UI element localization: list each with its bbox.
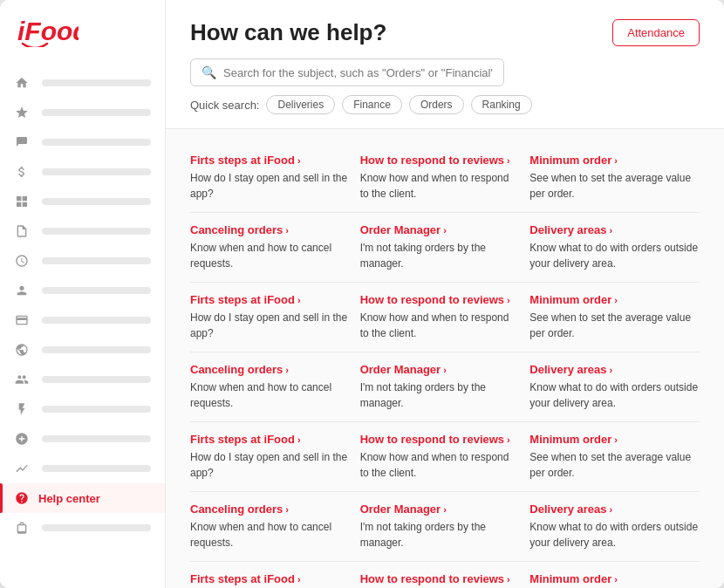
article-link-10[interactable]: Order Manager› [360,363,518,376]
attendance-button[interactable]: Attendance [612,19,700,46]
bag-icon [14,520,30,536]
article-cell-19: How to respond to reviews›Know how and w… [360,562,530,588]
article-desc-4: I'm not taking orders by the manager. [360,240,518,271]
quick-tag-deliveries[interactable]: Deliveries [266,95,335,114]
article-cell-11: Delivery areas›Know what to do with orde… [529,352,700,422]
article-desc-5: Know what to do with orders outside your… [529,240,700,271]
article-link-7[interactable]: How to respond to reviews› [360,293,518,306]
article-cell-3: Canceling orders›Know when and how to ca… [190,213,360,283]
article-link-11[interactable]: Delivery areas› [529,363,700,376]
article-desc-14: See when to set the average value per or… [529,449,700,481]
article-link-6[interactable]: Firts steps at iFood› [190,293,348,306]
article-link-13[interactable]: How to respond to reviews› [360,433,518,446]
article-link-1[interactable]: How to respond to reviews› [360,154,518,167]
grid-icon [14,194,30,209]
article-link-12[interactable]: Firts steps at iFood› [190,433,348,446]
article-cell-7: How to respond to reviews›Know how and w… [360,283,530,352]
sidebar-item-help[interactable]: Help center [0,483,165,513]
card-icon [14,312,30,328]
sidebar-item-star[interactable] [0,98,165,127]
article-desc-1: Know how and when to respond to the clie… [360,170,518,202]
sidebar-item-team[interactable] [0,365,165,394]
chart-icon [14,461,30,476]
star-icon [14,105,30,120]
article-desc-9: Know when and how to cancel requests. [190,379,348,411]
article-desc-17: Know what to do with orders outside your… [529,519,700,550]
article-cell-1: How to respond to reviews›Know how and w… [360,143,530,213]
sidebar-item-bolt[interactable] [0,394,165,424]
main-header: How can we help? Attendance 🔍 Quick sear… [166,0,724,129]
article-link-4[interactable]: Order Manager› [360,223,518,236]
sidebar-item-receipt[interactable] [0,127,165,157]
article-link-19[interactable]: How to respond to reviews› [360,572,518,585]
article-desc-11: Know what to do with orders outside your… [529,379,700,411]
article-cell-20: Minimum order›See when to set the averag… [529,562,700,588]
article-link-15[interactable]: Canceling orders› [190,503,348,516]
article-desc-2: See when to set the average value per or… [529,170,700,202]
article-link-16[interactable]: Order Manager› [360,503,518,516]
quick-search-row: Quick search: Deliveries Finance Orders … [190,95,700,114]
articles-content: Firts steps at iFood›How do I stay open … [166,129,724,588]
globe-icon [14,342,30,358]
article-desc-8: See when to set the average value per or… [529,310,700,341]
article-cell-4: Order Manager›I'm not taking orders by t… [360,213,530,283]
team-icon [14,372,30,387]
clock-icon [14,253,30,269]
article-cell-9: Canceling orders›Know when and how to ca… [190,352,360,422]
article-link-8[interactable]: Minimum order› [529,293,700,306]
bolt-icon [14,401,30,417]
article-desc-15: Know when and how to cancel requests. [190,519,348,550]
sidebar-item-bag[interactable] [0,513,165,543]
article-desc-7: Know how and when to respond to the clie… [360,310,518,341]
main-content-area: How can we help? Attendance 🔍 Quick sear… [166,0,724,588]
page-title: How can we help? [190,19,386,46]
search-icon: 🔍 [201,65,216,79]
article-link-3[interactable]: Canceling orders› [190,223,348,236]
article-cell-14: Minimum order›See when to set the averag… [529,422,700,492]
quick-tag-finance[interactable]: Finance [342,95,402,114]
sidebar-item-doc[interactable] [0,216,165,246]
sidebar-item-globe[interactable] [0,335,165,365]
plus-circle-icon [14,431,30,447]
home-icon [14,75,30,91]
sidebar-nav: Help center [0,63,165,588]
article-link-17[interactable]: Delivery areas› [529,503,700,516]
quick-tag-ranking[interactable]: Ranking [471,95,532,114]
article-cell-5: Delivery areas›Know what to do with orde… [529,213,700,283]
sidebar-item-card[interactable] [0,305,165,335]
sidebar-item-home[interactable] [0,68,165,98]
article-desc-13: Know how and when to respond to the clie… [360,449,518,481]
person-icon [14,283,30,298]
article-link-20[interactable]: Minimum order› [529,572,700,585]
article-desc-0: How do I stay open and sell in the app? [190,170,348,202]
sidebar-item-clock[interactable] [0,246,165,276]
article-cell-16: Order Manager›I'm not taking orders by t… [360,492,530,562]
article-link-18[interactable]: Firts steps at iFood› [190,572,348,585]
sidebar-item-grid[interactable] [0,187,165,216]
sidebar: iFood [0,0,166,588]
article-link-14[interactable]: Minimum order› [529,433,700,446]
receipt-icon [14,134,30,150]
article-cell-0: Firts steps at iFood›How do I stay open … [190,143,360,213]
sidebar-item-help-label: Help center [38,492,100,505]
sidebar-item-chart[interactable] [0,454,165,483]
article-cell-15: Canceling orders›Know when and how to ca… [190,492,360,562]
articles-grid: Firts steps at iFood›How do I stay open … [190,143,700,588]
article-cell-8: Minimum order›See when to set the averag… [529,283,700,352]
sidebar-item-person[interactable] [0,276,165,305]
article-cell-2: Minimum order›See when to set the averag… [529,143,700,213]
article-link-5[interactable]: Delivery areas› [529,223,700,236]
article-link-2[interactable]: Minimum order› [529,154,700,167]
article-desc-6: How do I stay open and sell in the app? [190,310,348,341]
article-link-0[interactable]: Firts steps at iFood› [190,154,348,167]
doc-icon [14,223,30,239]
quick-search-label: Quick search: [190,99,259,112]
sidebar-item-plus[interactable] [0,424,165,454]
sidebar-item-dollar[interactable] [0,157,165,187]
article-desc-3: Know when and how to cancel requests. [190,240,348,271]
quick-tag-orders[interactable]: Orders [409,95,464,114]
search-box: 🔍 [190,58,504,86]
article-link-9[interactable]: Canceling orders› [190,363,348,376]
article-desc-10: I'm not taking orders by the manager. [360,379,518,411]
search-input[interactable] [223,66,493,79]
